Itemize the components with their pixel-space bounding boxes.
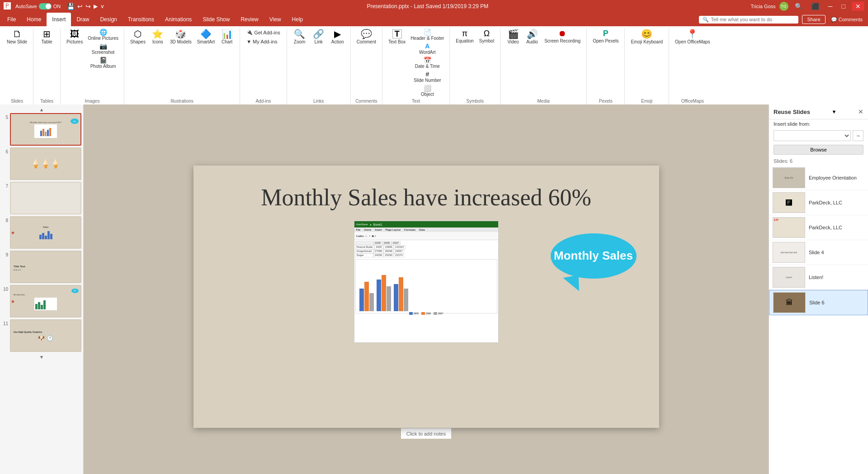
text-box-button[interactable]: T Text Box [386, 28, 408, 46]
title-bar-right: Tricia Goss TG 🔍 ⬛ ─ □ ✕ [750, 2, 864, 11]
slide-num-10: 10 [2, 285, 8, 292]
reuse-slide-3[interactable]: 2.07 ParkDeck, LLC [769, 215, 868, 240]
search-bar[interactable]: 🔍 [699, 16, 798, 24]
insert-from-dropdown[interactable] [774, 130, 851, 141]
tab-animations[interactable]: Animations [160, 13, 197, 26]
reuse-thumb-5: Listen! [773, 267, 805, 288]
reuse-dropdown-arrow[interactable]: ▼ [832, 109, 837, 114]
get-addins-button[interactable]: 🔌 Get Add-ins [244, 28, 283, 37]
new-slide-button[interactable]: 🗋 New Slide [5, 28, 29, 46]
reuse-close-button[interactable]: ✕ [858, 108, 863, 115]
3d-models-button[interactable]: 🎲 3D Models [168, 28, 194, 46]
reuse-slide-5[interactable]: Listen! Listen! [769, 265, 868, 290]
symbol-button[interactable]: Ω Symbol [477, 28, 496, 45]
table-button[interactable]: ⊞ Table [38, 28, 56, 46]
slide-thumb-8[interactable]: 8 Sales ★ [2, 216, 81, 249]
open-pexels-button[interactable]: P Open Pexels [590, 28, 621, 45]
redo-icon[interactable]: ↪ [85, 3, 91, 10]
undo-icon[interactable]: ↩ [77, 3, 83, 10]
autosave-toggle[interactable]: AutoSave ON [15, 3, 61, 9]
my-addins-button[interactable]: ▼ My Add-ins [244, 38, 280, 46]
slide-canvas[interactable]: Monthly Sales have increased 60% AutoSav… [193, 166, 659, 428]
screen-recording-button[interactable]: ⏺ Screen Recording [542, 28, 583, 45]
tab-review[interactable]: Review [235, 13, 264, 26]
pexels-items: P Open Pexels [590, 28, 621, 98]
tab-slideshow[interactable]: Slide Show [197, 13, 235, 26]
scroll-down-arrow[interactable]: ▼ [2, 354, 81, 360]
date-time-icon: 📅 [424, 57, 431, 63]
minimize-btn[interactable]: ─ [826, 2, 835, 11]
icons-button[interactable]: ⭐ Icons [149, 28, 167, 46]
photo-album-button[interactable]: 📓 Photo Album [86, 56, 120, 70]
search-icon: 🔍 [703, 17, 709, 23]
header-footer-button[interactable]: 📄 Header & Footer [409, 28, 446, 42]
tab-insert[interactable]: Insert [47, 13, 71, 26]
date-time-button[interactable]: 📅 Date & Time [409, 56, 446, 70]
equation-button[interactable]: π Equation [453, 28, 476, 45]
notes-bar[interactable]: Click to add notes [401, 428, 451, 439]
wordart-button[interactable]: A WordArt [409, 42, 446, 56]
shapes-button[interactable]: ⬡ Shapes [128, 28, 148, 46]
tab-view[interactable]: View [264, 13, 287, 26]
tables-group-label: Tables [40, 99, 53, 104]
addins-group-label: Add-ins [255, 99, 271, 104]
tab-home[interactable]: Home [21, 13, 47, 26]
callout-container: Monthly Sales [551, 233, 637, 279]
chart-button[interactable]: 📊 Chart [218, 28, 236, 46]
browse-arrow-button[interactable]: → [853, 130, 863, 141]
screenshot-button[interactable]: 📷 Screenshot [86, 42, 120, 56]
link-button[interactable]: 🔗 Link [310, 28, 328, 46]
excel-embed[interactable]: AutoSave ● Book1 File Home Insert Page L… [354, 221, 499, 343]
table-icon: ⊞ [43, 29, 51, 38]
tab-design[interactable]: Design [94, 13, 122, 26]
online-pictures-button[interactable]: 🌐 Online Pictures [86, 28, 120, 42]
browse-button[interactable]: Browse [774, 145, 863, 155]
get-addins-icon: 🔌 [246, 29, 253, 35]
reuse-label-3: ParkDeck, LLC [809, 225, 842, 230]
pictures-icon: 🖼 [70, 29, 79, 38]
share-button[interactable]: Share [802, 15, 825, 24]
object-button[interactable]: ⬜ Object [409, 84, 446, 98]
slide-thumb-10[interactable]: 10 Monthly Sales MS ★ [2, 285, 81, 318]
reuse-slide-2[interactable]: 🅿 ParkDeck, LLC [769, 190, 868, 215]
tab-draw[interactable]: Draw [71, 13, 94, 26]
pictures-button[interactable]: 🖼 Pictures [64, 28, 85, 46]
excel-data-area: 2005 2006 2007 Peanut Butter 2005 10896 … [354, 240, 498, 258]
audio-button[interactable]: 🔊 Audio [523, 28, 541, 46]
tab-file[interactable]: File [2, 13, 21, 26]
restore-btn[interactable]: □ [839, 2, 848, 11]
slide-thumb-7[interactable]: 7 [2, 182, 81, 214]
images-items: 🖼 Pictures 🌐 Online Pictures 📷 Screensho… [64, 28, 120, 98]
emoji-keyboard-button[interactable]: 😊 Emoji Keyboard [628, 28, 665, 46]
slide-num-9: 9 [2, 251, 8, 257]
slides-items: 🗋 New Slide [5, 28, 29, 98]
reuse-slide-1[interactable]: Emp Ori Employee Orientation [769, 166, 868, 190]
slide-thumb-6[interactable]: 6 🍦🍦🍦 [2, 147, 81, 180]
slide-thumb-9[interactable]: 9 Title Text Body text [2, 251, 81, 283]
scroll-up-arrow[interactable]: ▲ [2, 106, 81, 113]
video-button[interactable]: 🎬 Video [504, 28, 522, 46]
slide-thumb-5[interactable]: 5 Monthly Sales have increased 60% MS [2, 113, 81, 146]
comments-button[interactable]: 💬 Comments [827, 15, 866, 24]
action-button[interactable]: ▶ Action [329, 28, 347, 46]
title-bar: 🅿 AutoSave ON 💾 ↩ ↪ ▶ ∨ Presentation.ppt… [0, 0, 868, 13]
search-input[interactable] [711, 17, 795, 22]
slide-thumb-11[interactable]: 11 Use High-Quality Graphics 🐶 🕐 [2, 319, 81, 352]
tab-help[interactable]: Help [287, 13, 309, 26]
tab-transitions[interactable]: Transitions [123, 13, 160, 26]
search-icon[interactable]: 🔍 [792, 2, 805, 11]
reuse-slide-6[interactable]: 🏛 Slide 6 [769, 290, 868, 315]
ribbon-display-btn[interactable]: ⬛ [809, 2, 822, 11]
close-btn[interactable]: ✕ [852, 2, 864, 11]
smartart-button[interactable]: 🔷 SmartArt [195, 28, 217, 46]
comment-button[interactable]: 💬 Comment [354, 28, 378, 46]
reuse-slide-4[interactable]: text text text text Slide 4 [769, 240, 868, 265]
autosave-switch[interactable] [39, 3, 52, 9]
present-icon[interactable]: ▶ [94, 3, 98, 9]
zoom-button[interactable]: 🔍 Zoom [291, 28, 309, 46]
slide-number-button[interactable]: # Slide Number [409, 70, 446, 84]
more-icon[interactable]: ∨ [100, 3, 104, 9]
group-comments: 💬 Comment Comments [351, 28, 382, 104]
open-officemaps-button[interactable]: 📍 Open OfficeMaps [673, 28, 712, 46]
save-icon[interactable]: 💾 [67, 3, 75, 10]
